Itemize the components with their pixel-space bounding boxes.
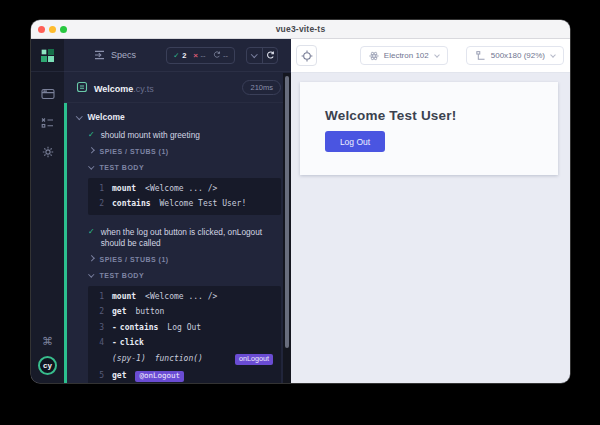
suite-row[interactable]: Welcome <box>67 108 283 126</box>
test-title-row[interactable]: ✓ should mount with greeting <box>67 126 283 144</box>
command-row[interactable]: 2 contains Welcome Test User! <box>88 196 281 212</box>
chevron-down-icon <box>88 272 94 278</box>
spec-file-icon <box>76 81 88 93</box>
test-results: Welcome ✓ should mount with greeting SPI… <box>64 103 291 383</box>
component-testing-icon <box>41 49 54 62</box>
command-row[interactable]: 5 get @onLogout <box>88 368 281 384</box>
spec-row[interactable]: Welcome.cy.ts 210ms <box>64 72 291 103</box>
spy-row[interactable]: (spy-1) function() onLogout <box>88 351 281 368</box>
viewport-select[interactable]: 500x180 (92%) <box>466 46 564 65</box>
stage-toolbar: Electron 102 500x180 (92%) <box>291 39 570 73</box>
chevron-right-icon <box>88 148 94 154</box>
minimize-button[interactable] <box>49 26 56 33</box>
electron-icon <box>369 51 379 61</box>
spec-duration-badge: 210ms <box>242 80 281 95</box>
keyboard-shortcuts-button[interactable]: ⌘ <box>42 336 53 347</box>
stat-passed: ✓ 2 <box>173 51 186 60</box>
check-icon: ✓ <box>88 227 95 250</box>
sidebar-nav <box>40 72 56 336</box>
suite-title: Welcome <box>88 112 125 122</box>
reporter-controls <box>246 47 278 64</box>
cypress-logo[interactable]: cy <box>38 356 57 375</box>
reporter-panel: Specs ✓ 2 × -- <box>64 39 291 383</box>
test-body-section[interactable]: TEST BODY <box>67 268 283 284</box>
browser-label: Electron 102 <box>384 51 429 60</box>
window-title: vue3-vite-ts <box>31 24 570 34</box>
command-row[interactable]: 1 mount <Welcome ... /> <box>88 289 281 305</box>
viewport-label: 500x180 (92%) <box>491 51 545 60</box>
test-body-section[interactable]: TEST BODY <box>67 160 283 176</box>
stage-panel: Electron 102 500x180 (92%) We <box>291 39 570 383</box>
check-icon: ✓ <box>173 51 179 60</box>
chevron-down-icon <box>251 51 257 57</box>
crosshair-icon <box>301 50 313 62</box>
welcome-heading: Welcome Test User! <box>325 108 558 123</box>
restart-icon <box>213 51 221 59</box>
sidebar-item-runs[interactable] <box>40 116 56 130</box>
reporter-header: Specs ✓ 2 × -- <box>64 39 291 72</box>
debug-toggle-button[interactable] <box>247 48 262 63</box>
nav-sidebar: ⌘ cy <box>31 39 64 383</box>
command-row[interactable]: 1 mount <Welcome ... /> <box>88 181 281 197</box>
command-log: 1 mount <Welcome ... /> 2 get button 3 - <box>88 286 281 384</box>
stat-restarted: -- <box>213 51 229 60</box>
gear-icon <box>42 146 54 158</box>
specs-panel-title: Specs <box>111 50 136 60</box>
check-icon: ✓ <box>88 130 95 142</box>
chevron-down-icon <box>88 164 94 170</box>
chevron-down-icon <box>76 113 82 119</box>
runs-list-icon <box>41 117 54 129</box>
sidebar-bottom: ⌘ cy <box>38 336 57 383</box>
refresh-icon <box>266 51 275 60</box>
app-body: ⌘ cy Specs ✓ 2 <box>31 39 570 383</box>
sidebar-item-settings[interactable] <box>40 145 56 159</box>
aut-area: Welcome Test User! Log Out <box>291 73 570 383</box>
sidebar-item-specs[interactable] <box>40 87 56 101</box>
zoom-button[interactable] <box>60 26 67 33</box>
chevron-down-icon <box>434 52 440 58</box>
rerun-button[interactable] <box>262 48 277 63</box>
chevron-down-icon <box>550 52 556 58</box>
browser-window-icon <box>41 88 55 100</box>
collapse-specs-button[interactable] <box>94 50 105 60</box>
reporter-scrollbar <box>283 73 291 383</box>
x-icon: × <box>193 52 198 59</box>
command-row[interactable]: 4 - click <box>88 335 281 351</box>
selector-playground-button[interactable] <box>296 45 317 66</box>
alias-badge: @onLogout <box>135 371 184 382</box>
viewport-icon <box>475 50 486 61</box>
close-button[interactable] <box>38 26 45 33</box>
log-out-button[interactable]: Log Out <box>325 131 385 152</box>
command-log: 1 mount <Welcome ... /> 2 contains Welco… <box>88 178 281 215</box>
testing-type-button[interactable] <box>31 39 64 72</box>
window-titlebar[interactable]: vue3-vite-ts <box>31 20 570 39</box>
app-window: vue3-vite-ts <box>31 20 570 383</box>
test-item: ✓ should mount with greeting SPIES / STU… <box>67 126 283 215</box>
spies-stubs-section[interactable]: SPIES / STUBS (1) <box>67 252 283 268</box>
spies-stubs-section[interactable]: SPIES / STUBS (1) <box>67 144 283 160</box>
aut-iframe: Welcome Test User! Log Out <box>300 82 558 175</box>
scrollbar-thumb[interactable] <box>285 76 289 348</box>
browser-select[interactable]: Electron 102 <box>360 46 448 65</box>
stat-failed: × -- <box>193 51 205 60</box>
command-row[interactable]: 3 - contains Log Out <box>88 320 281 336</box>
test-title-row[interactable]: ✓ when the log out button is clicked, on… <box>67 223 283 252</box>
collapse-panel-icon <box>94 50 105 60</box>
traffic-lights <box>31 26 67 33</box>
test-title: should mount with greeting <box>101 130 200 142</box>
test-item: ✓ when the log out button is clicked, on… <box>67 223 283 384</box>
chevron-right-icon <box>88 256 94 262</box>
command-row[interactable]: 2 get button <box>88 304 281 320</box>
spec-name: Welcome.cy.ts <box>94 78 154 96</box>
test-stats: ✓ 2 × -- -- <box>166 47 235 64</box>
spy-name-badge: onLogout <box>235 354 273 365</box>
test-title: when the log out button is clicked, onLo… <box>101 227 269 250</box>
